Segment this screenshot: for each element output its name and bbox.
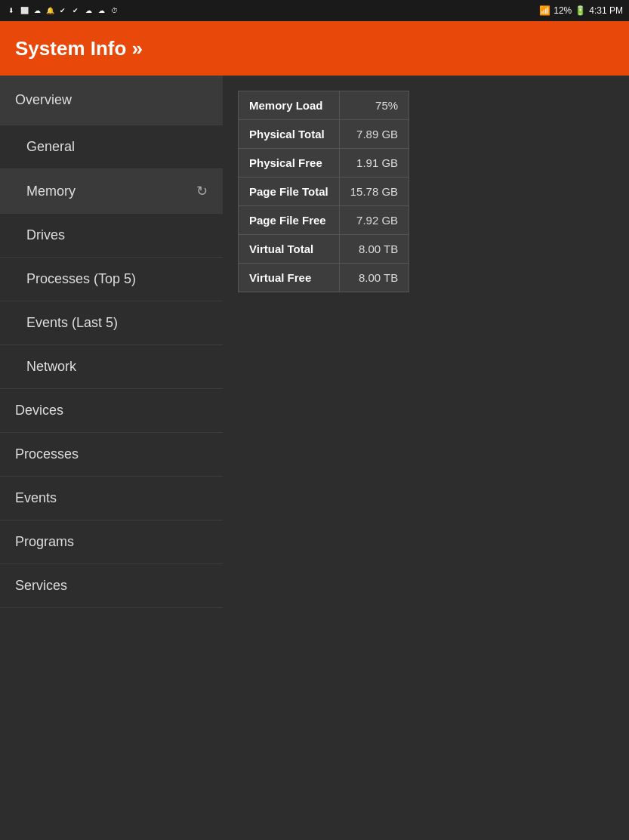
- table-cell-value: 1.91 GB: [339, 149, 409, 178]
- status-icons: ⬇ ⬜ ☁ 🔔 ✔ ✔ ☁ ☁ ⏱: [6, 5, 119, 16]
- table-row: Page File Free7.92 GB: [239, 206, 409, 235]
- sidebar-label-memory: Memory: [26, 184, 76, 199]
- status-bar: ⬇ ⬜ ☁ 🔔 ✔ ✔ ☁ ☁ ⏱ 📶 12% 🔋 4:31 PM: [0, 0, 629, 21]
- table-row: Virtual Free8.00 TB: [239, 264, 409, 292]
- sidebar-label-services: Services: [15, 578, 67, 594]
- sidebar-label-devices: Devices: [15, 403, 63, 418]
- battery-percent: 12%: [553, 5, 572, 16]
- table-cell-label: Virtual Free: [239, 264, 340, 292]
- table-row: Page File Total15.78 GB: [239, 178, 409, 206]
- table-cell-value: 7.92 GB: [339, 206, 409, 235]
- icon-5: ✔: [57, 5, 68, 16]
- sidebar-item-devices[interactable]: Devices: [0, 389, 223, 433]
- table-row: Memory Load75%: [239, 91, 409, 120]
- sidebar-label-processes: Processes: [15, 446, 79, 462]
- sidebar-label-overview: Overview: [15, 92, 72, 108]
- table-row: Physical Free1.91 GB: [239, 149, 409, 178]
- clock: 4:31 PM: [589, 5, 623, 16]
- table-row: Virtual Total8.00 TB: [239, 235, 409, 264]
- icon-7: ☁: [83, 5, 94, 16]
- icon-1: ⬇: [6, 5, 17, 16]
- table-cell-label: Memory Load: [239, 91, 340, 120]
- battery-icon: 🔋: [575, 5, 586, 16]
- sidebar-label-drives: Drives: [26, 227, 65, 243]
- sidebar-item-services[interactable]: Services: [0, 564, 223, 608]
- sidebar-item-general[interactable]: General: [0, 125, 223, 169]
- status-right: 📶 12% 🔋 4:31 PM: [539, 5, 623, 16]
- table-row: Physical Total7.89 GB: [239, 120, 409, 149]
- sidebar-label-processes-top5: Processes (Top 5): [26, 271, 136, 287]
- sidebar-item-processes[interactable]: Processes: [0, 433, 223, 477]
- icon-6: ✔: [70, 5, 81, 16]
- table-cell-value: 75%: [339, 91, 409, 120]
- table-cell-value: 15.78 GB: [339, 178, 409, 206]
- icon-4: 🔔: [45, 5, 55, 16]
- table-cell-value: 7.89 GB: [339, 120, 409, 149]
- refresh-icon[interactable]: ↻: [196, 183, 208, 199]
- table-cell-label: Physical Free: [239, 149, 340, 178]
- sidebar-item-processes-top5[interactable]: Processes (Top 5): [0, 258, 223, 301]
- sidebar-item-overview[interactable]: Overview: [0, 76, 223, 125]
- sidebar: Overview General Memory ↻ Drives Process…: [0, 76, 223, 840]
- sidebar-item-events[interactable]: Events: [0, 477, 223, 520]
- table-cell-label: Page File Free: [239, 206, 340, 235]
- table-cell-label: Virtual Total: [239, 235, 340, 264]
- sidebar-label-programs: Programs: [15, 534, 74, 550]
- icon-3: ☁: [32, 5, 42, 16]
- sidebar-item-programs[interactable]: Programs: [0, 520, 223, 564]
- main-layout: Overview General Memory ↻ Drives Process…: [0, 76, 629, 840]
- sidebar-label-network: Network: [26, 359, 76, 375]
- content-area: Memory Load75%Physical Total7.89 GBPhysi…: [223, 76, 629, 840]
- icon-8: ☁: [96, 5, 106, 16]
- memory-table: Memory Load75%Physical Total7.89 GBPhysi…: [238, 91, 409, 292]
- table-cell-value: 8.00 TB: [339, 235, 409, 264]
- sidebar-item-network[interactable]: Network: [0, 345, 223, 389]
- sidebar-label-events: Events: [15, 490, 57, 506]
- sidebar-label-general: General: [26, 139, 75, 155]
- app-title: System Info »: [15, 37, 143, 60]
- table-cell-label: Physical Total: [239, 120, 340, 149]
- sidebar-label-events-last5: Events (Last 5): [26, 315, 118, 331]
- icon-9: ⏱: [109, 5, 119, 16]
- sidebar-item-events-last5[interactable]: Events (Last 5): [0, 301, 223, 345]
- header: System Info »: [0, 21, 629, 76]
- sidebar-item-drives[interactable]: Drives: [0, 214, 223, 258]
- table-cell-label: Page File Total: [239, 178, 340, 206]
- icon-2: ⬜: [19, 5, 29, 16]
- wifi-icon: 📶: [539, 5, 550, 16]
- sidebar-item-memory[interactable]: Memory ↻: [0, 169, 223, 214]
- table-cell-value: 8.00 TB: [339, 264, 409, 292]
